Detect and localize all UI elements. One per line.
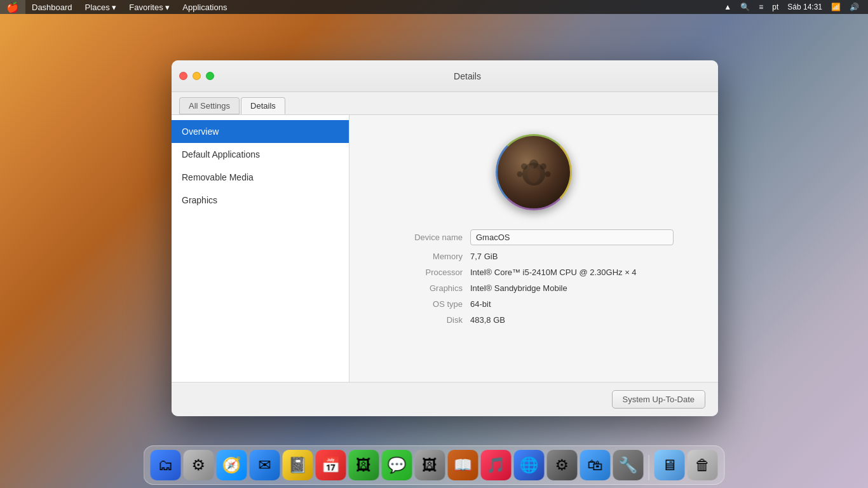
dock-item-image-viewer[interactable]: 🖼 (415, 450, 445, 480)
dock-item-mail[interactable]: ✉ (250, 450, 280, 480)
menubar-dashboard[interactable]: Dashboard (25, 0, 79, 14)
tab-all-settings[interactable]: All Settings (179, 97, 240, 114)
dock-item-messages[interactable]: 💬 (382, 450, 412, 480)
device-name-input[interactable] (470, 229, 674, 245)
svg-point-5 (545, 172, 551, 177)
menubar-arrow-icon[interactable]: ▲ (721, 3, 734, 11)
window-controls (179, 72, 214, 80)
dock-item-window-manager[interactable]: 🖥 (654, 450, 685, 480)
menubar-lang[interactable]: pt (770, 3, 781, 11)
system-update-button[interactable]: System Up-To-Date (612, 390, 705, 409)
window-title: Details (224, 71, 710, 81)
menubar-applications[interactable]: Applications (176, 0, 233, 14)
window-close-button[interactable] (179, 72, 187, 80)
info-row-graphics: Graphics Intel® Sandybridge Mobile (394, 283, 674, 293)
info-row-processor: Processor Intel® Core™ i5-2410M CPU @ 2.… (394, 268, 674, 277)
dock-item-finder[interactable]: 🗂 (151, 450, 181, 480)
info-row-device-name: Device name (394, 229, 674, 245)
window-body: Overview Default Applications Removable … (172, 115, 718, 382)
details-window: Details All Settings Details Overview De… (172, 60, 718, 416)
menubar-places[interactable]: Places ▾ (79, 0, 123, 14)
logo-area (496, 134, 572, 210)
dock-item-safari[interactable]: 🧭 (217, 450, 247, 480)
dock-item-music[interactable]: 🎵 (481, 450, 512, 480)
sidebar-item-overview[interactable]: Overview (172, 120, 349, 143)
main-content: Device name Memory 7,7 GiB Processor Int… (349, 115, 718, 382)
dock: 🗂 ⚙ 🧭 ✉ 📓 📅 🖼 💬 🖼 📖 🎵 🌐 ⚙ 🛍 🔧 🖥 🗑 (144, 445, 725, 485)
memory-label: Memory (394, 252, 470, 261)
svg-point-3 (540, 163, 546, 170)
dock-item-photos[interactable]: 🖼 (349, 450, 379, 480)
dock-item-prefs[interactable]: 🔧 (613, 450, 644, 480)
device-name-value (470, 229, 674, 245)
disk-label: Disk (394, 315, 470, 325)
disk-value: 483,8 GB (470, 315, 674, 325)
info-row-os-type: OS type 64-bit (394, 299, 674, 309)
dock-separator (649, 455, 649, 480)
window-minimize-button[interactable] (193, 72, 201, 80)
svg-point-4 (517, 172, 523, 177)
sidebar-item-removable-media[interactable]: Removable Media (172, 166, 349, 189)
os-type-label: OS type (394, 299, 470, 309)
dock-item-settings[interactable]: ⚙ (547, 450, 578, 480)
menubar: 🍎 Dashboard Places ▾ Favorites ▾ Applica… (0, 0, 868, 14)
menubar-search-icon[interactable]: 🔍 (738, 3, 752, 11)
tab-details[interactable]: Details (241, 97, 285, 114)
sidebar-item-graphics[interactable]: Graphics (172, 189, 349, 212)
info-row-memory: Memory 7,7 GiB (394, 252, 674, 261)
dock-item-browser[interactable]: 🌐 (514, 450, 545, 480)
processor-label: Processor (394, 268, 470, 277)
sidebar: Overview Default Applications Removable … (172, 115, 349, 382)
dock-item-books[interactable]: 📖 (448, 450, 478, 480)
graphics-value: Intel® Sandybridge Mobile (470, 283, 674, 293)
apple-menu[interactable]: 🍎 (0, 0, 25, 14)
window-tabs: All Settings Details (172, 92, 718, 115)
menubar-favorites[interactable]: Favorites ▾ (123, 0, 176, 14)
memory-value: 7,7 GiB (470, 252, 674, 261)
window-maximize-button[interactable] (206, 72, 214, 80)
svg-point-6 (530, 165, 534, 169)
dock-item-appstore[interactable]: 🛍 (580, 450, 611, 480)
menubar-wifi-icon[interactable]: 📶 (829, 3, 843, 11)
dock-item-calendar[interactable]: 📅 (316, 450, 346, 480)
menubar-menu-icon[interactable]: ≡ (756, 3, 766, 11)
device-name-label: Device name (394, 233, 470, 242)
info-row-disk: Disk 483,8 GB (394, 315, 674, 325)
dock-item-trash[interactable]: 🗑 (688, 450, 718, 480)
svg-point-2 (521, 163, 527, 170)
os-logo (496, 134, 572, 210)
info-table: Device name Memory 7,7 GiB Processor Int… (394, 229, 674, 331)
window-footer: System Up-To-Date (172, 382, 718, 416)
menubar-clock: Sáb 14:31 (785, 3, 825, 11)
logo-inner (508, 147, 559, 198)
processor-value: Intel® Core™ i5-2410M CPU @ 2.30GHz × 4 (470, 268, 674, 277)
sidebar-item-default-applications[interactable]: Default Applications (172, 143, 349, 166)
dock-item-script[interactable]: ⚙ (184, 450, 214, 480)
menubar-volume-icon[interactable]: 🔊 (847, 3, 862, 11)
window-titlebar: Details (172, 60, 718, 92)
graphics-label: Graphics (394, 283, 470, 293)
os-type-value: 64-bit (470, 299, 674, 309)
dock-item-notes[interactable]: 📓 (283, 450, 313, 480)
